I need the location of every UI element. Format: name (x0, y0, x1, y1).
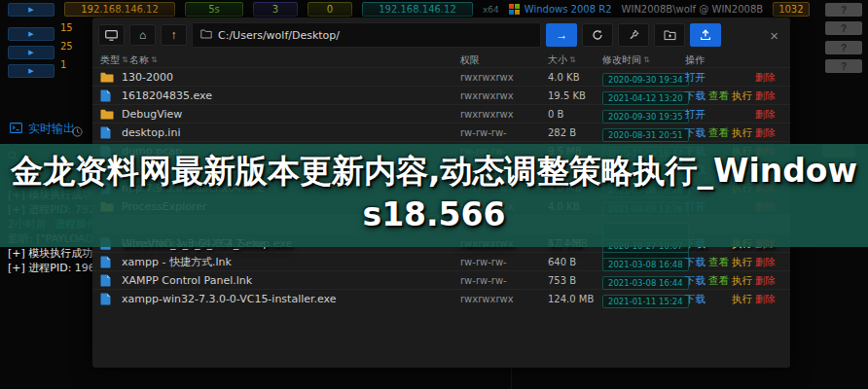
file-mtime: 2021-03-08 16:44 (602, 271, 689, 290)
host-count2-badge: 0 (307, 2, 352, 17)
headline-overlay: 金龙资料网最新版本更新内容,动态调整策略执行_Window s18.566 (0, 144, 868, 247)
op-del-link[interactable]: 删除 (755, 89, 776, 103)
op-view-link[interactable]: 查看 (708, 274, 729, 288)
help-button[interactable]: ? (825, 59, 862, 73)
new-folder-button[interactable] (654, 23, 685, 47)
host-play-button[interactable]: ▶ (8, 27, 54, 41)
host-os-label: Windows 2008 R2 (509, 4, 612, 15)
app-root: ▶ 192.168.146.12 5s 3 0 192.168.146.12 x… (0, 0, 868, 389)
op-download-link[interactable]: 下载 (685, 89, 705, 103)
op-download-link[interactable]: 下载 (685, 293, 705, 306)
op-exec-link[interactable]: 执行 (732, 89, 752, 103)
host-row-number: 1 (60, 59, 66, 70)
table-row[interactable]: XAMPP Control Panel.lnkrw-rw-rw-753 B202… (92, 270, 790, 289)
op-del-link[interactable]: 删除 (755, 126, 776, 140)
headline-line2: s18.566 (0, 193, 868, 236)
file-mtime-badge: 2021-03-08 16:44 (602, 276, 689, 290)
file-mtime-badge: 2020-09-30 19:35 (602, 110, 689, 124)
op-download-link[interactable]: 下载 (685, 256, 705, 269)
op-open-link[interactable]: 打开 (685, 71, 705, 85)
column-header-mtime[interactable]: 修改时间⇅ (602, 53, 685, 67)
file-name: 130-2000 (122, 71, 460, 84)
column-header-type[interactable]: 类型⇅ (100, 53, 129, 67)
file-operations: 下载查看执行删除 (685, 89, 775, 103)
host-play-button[interactable]: ▶ (8, 64, 54, 78)
background-divider (511, 368, 512, 389)
windows-logo-icon (509, 4, 520, 15)
op-download-link[interactable]: 下载 (685, 126, 705, 140)
column-header-perm: 权限 (460, 53, 548, 67)
host-row-partial: ▶1 (8, 58, 54, 73)
op-open-link[interactable]: 打开 (685, 108, 705, 122)
op-del-link[interactable]: 删除 (755, 108, 776, 122)
pin-button[interactable] (618, 23, 649, 47)
op-empty (708, 108, 729, 122)
folder-icon (100, 72, 122, 83)
op-exec-link[interactable]: 执行 (732, 126, 752, 140)
file-operations: 下载执行删除 (685, 293, 775, 306)
op-view-link[interactable]: 查看 (708, 256, 729, 269)
op-exec-link[interactable]: 执行 (732, 274, 752, 288)
go-button[interactable]: → (546, 23, 577, 47)
refresh-button[interactable] (582, 23, 613, 47)
clock-icon[interactable] (72, 123, 83, 141)
table-row[interactable]: desktop.inirw-rw-rw-282 B2020-08-31 20:5… (92, 123, 790, 141)
op-del-link[interactable]: 删除 (755, 293, 776, 306)
host-ip-badge: 192.168.146.12 (64, 2, 175, 17)
file-mtime: 2020-09-30 19:34 (602, 68, 689, 87)
sort-icon: ⇅ (151, 55, 158, 64)
host-os-text: Windows 2008 R2 (524, 4, 612, 15)
home-button[interactable]: ⌂ (129, 24, 156, 46)
op-del-link[interactable]: 删除 (755, 274, 776, 288)
file-name: 1618204835.exe (122, 89, 460, 102)
op-view-link[interactable]: 查看 (708, 126, 729, 140)
monitor-icon[interactable] (98, 24, 125, 46)
folder-icon (200, 29, 212, 42)
op-view-link[interactable]: 查看 (708, 89, 729, 103)
host-play-button[interactable]: ▶ (8, 3, 54, 17)
table-row[interactable]: xampp - 快捷方式.lnkrw-rw-rw-640 B2021-03-08… (92, 252, 790, 270)
op-del-link[interactable]: 删除 (755, 71, 776, 85)
file-size: 19.5 KB (548, 90, 602, 101)
file-manager-toolbar: ⌂ ↑ C:/Users/wolf/Desktop/ → × (92, 18, 790, 53)
op-empty (708, 71, 729, 85)
folder-icon (100, 109, 122, 120)
tab-realtime-output[interactable]: 实时输出 (10, 121, 75, 137)
table-row[interactable]: 1618204835.exerwxrwxrwx19.5 KB2021-04-12… (92, 86, 790, 104)
help-button[interactable]: ? (825, 21, 862, 35)
table-row[interactable]: 130-2000rwxrwxrwx4.0 KB2020-09-30 19:34打… (92, 67, 790, 86)
table-row[interactable]: xampp-win32-7.3.0-0-VC15-installer.exerw… (92, 289, 790, 307)
path-input[interactable]: C:/Users/wolf/Desktop/ (192, 22, 541, 48)
host-row-partial: ▶15 (8, 21, 54, 36)
host-internal-ip-badge: 192.168.146.12 (362, 2, 473, 17)
terminal-icon (10, 123, 22, 136)
column-header-ops: 操作 (685, 53, 775, 67)
file-name: XAMPP Control Panel.lnk (122, 274, 460, 287)
host-row-partial: ▶25 (8, 40, 54, 54)
file-permissions: rw-rw-rw- (460, 257, 548, 267)
file-icon (100, 274, 122, 287)
file-size: 282 B (548, 127, 602, 138)
close-icon[interactable]: × (770, 27, 778, 44)
column-header-name[interactable]: 名称⇅ (129, 53, 460, 67)
file-permissions: rw-rw-rw- (460, 275, 548, 286)
host-count-badge: 3 (253, 2, 298, 17)
up-directory-button[interactable]: ↑ (161, 24, 187, 46)
op-empty (732, 108, 752, 122)
op-download-link[interactable]: 下载 (685, 274, 705, 288)
file-mtime-badge: 2020-08-31 20:51 (602, 128, 689, 142)
host-play-button[interactable]: ▶ (8, 46, 54, 59)
op-exec-link[interactable]: 执行 (732, 293, 752, 306)
help-button[interactable]: ? (825, 3, 862, 17)
file-name: DebugView (122, 108, 460, 121)
file-mtime-badge: 2021-01-11 15:24 (602, 295, 689, 308)
file-operations: 打开删除 (685, 108, 775, 122)
file-size: 4.0 KB (548, 72, 602, 83)
op-del-link[interactable]: 删除 (755, 256, 776, 269)
table-row[interactable]: DebugViewrwxrwxrwx0 B2020-09-30 19:35打开删… (92, 104, 790, 123)
column-header-size[interactable]: 大小⇅ (548, 53, 602, 67)
help-button[interactable]: ? (825, 41, 862, 54)
upload-button[interactable] (690, 23, 721, 47)
file-mtime: 2021-03-08 16:48 (602, 253, 689, 271)
op-exec-link[interactable]: 执行 (732, 256, 752, 269)
